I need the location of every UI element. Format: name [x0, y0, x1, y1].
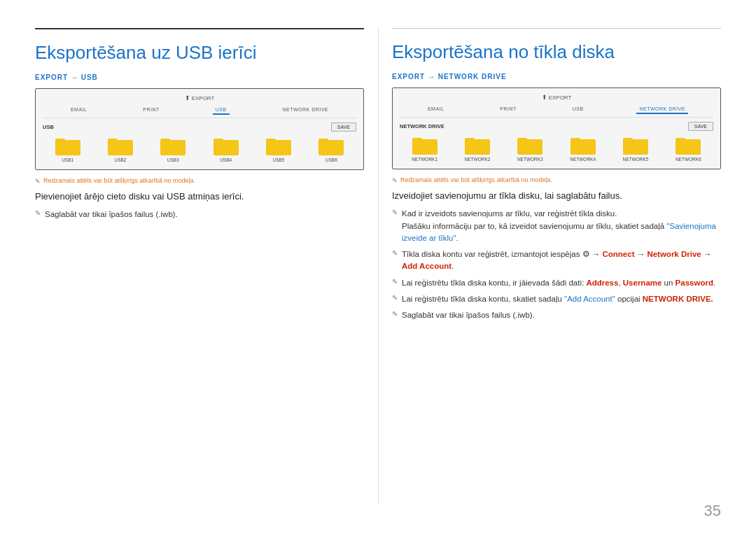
- right-folder-net2: NETWORK2: [465, 135, 491, 162]
- left-device-top-bar: ⬆ EXPORT: [43, 94, 356, 101]
- left-folder-label-usb5: USB5: [272, 157, 284, 162]
- left-title: Eksportēšana uz USB ierīci: [35, 42, 364, 64]
- right-folder-net3: NETWORK3: [517, 135, 543, 162]
- page-divider: [378, 28, 379, 504]
- left-folder-usb2: USB2: [108, 136, 133, 162]
- right-folder-icon-net3: [517, 135, 542, 155]
- right-main-text: Izveidojiet savienojumu ar tīkla disku, …: [392, 190, 721, 202]
- left-folder-icon-usb2: [108, 136, 133, 155]
- right-device-nav: EMAIL PRINT USB NETWORK DRIVE: [400, 105, 713, 118]
- right-note-icon: ✎: [392, 177, 398, 184]
- left-nav-usb[interactable]: USB: [213, 106, 230, 115]
- right-bullet-text-4: Lai reģistrētu tīkla diska kontu, skatie…: [402, 293, 713, 305]
- left-folder-usb6: USB6: [318, 136, 344, 162]
- right-up-arrow-icon: ⬆: [542, 94, 547, 101]
- left-folder-usb1: USB1: [55, 136, 80, 162]
- right-drive-label: NETWORK DRIVE: [400, 123, 444, 129]
- right-device-export-text: ⬆ EXPORT: [542, 94, 572, 101]
- right-bullet-1: ✎ Kad ir izveidots savienojums ar tīklu,…: [392, 208, 721, 244]
- right-folder-icon-net5: [623, 135, 648, 155]
- right-bullet-text-5: Saglabāt var tikai īpašos failus (.iwb).: [402, 309, 535, 321]
- left-note-icon: ✎: [35, 178, 41, 185]
- right-nav-email: EMAIL: [425, 105, 447, 114]
- left-nav-print: PRINT: [140, 106, 162, 115]
- right-device-top-bar: ⬆ EXPORT: [400, 94, 713, 101]
- right-note-text: Redzamais attēls var būt atšķirīgs atkar…: [400, 176, 552, 183]
- left-note-text: Redzamais attēls var būt atšķirīgs atkar…: [43, 177, 195, 184]
- left-folder-label-usb3: USB3: [167, 157, 179, 162]
- page-number: 35: [704, 502, 721, 520]
- svg-rect-17: [517, 138, 527, 142]
- svg-rect-13: [412, 138, 422, 142]
- right-folder-label-net1: NETWORK1: [412, 157, 438, 162]
- left-folder-usb3: USB3: [160, 136, 186, 162]
- left-note: ✎ Redzamais attēls var būt atšķirīgs atk…: [35, 177, 364, 185]
- left-folder-icon-usb1: [55, 136, 80, 155]
- svg-rect-23: [676, 138, 685, 142]
- right-bullet-icon-3: ✎: [392, 278, 398, 286]
- right-folder-label-net3: NETWORK3: [517, 157, 543, 162]
- right-top-rule: [392, 28, 721, 29]
- left-bullet-icon-1: ✎: [35, 209, 41, 217]
- right-nav-print: PRINT: [497, 105, 519, 114]
- right-folder-label-net5: NETWORK5: [623, 157, 649, 162]
- right-bullet-text-2: Tīkla diska kontu var reģistrēt, izmanto…: [402, 248, 721, 273]
- left-device-nav: EMAIL PRINT USB NETWORK DRIVE: [43, 106, 356, 118]
- right-folder-net6: NETWORK6: [676, 135, 701, 162]
- left-top-rule: [35, 28, 364, 29]
- right-bullet-2: ✎ Tīkla diska kontu var reģistrēt, izman…: [392, 248, 721, 273]
- svg-rect-9: [266, 139, 276, 143]
- left-device-export-text: ⬆ EXPORT: [185, 94, 215, 101]
- right-folder-net5: NETWORK5: [623, 135, 649, 162]
- left-main-text: Pievienojiet ārējo cieto disku vai USB a…: [35, 190, 364, 203]
- svg-rect-19: [570, 138, 580, 142]
- left-folder-label-usb2: USB2: [114, 157, 126, 162]
- left-nav-email: EMAIL: [68, 106, 90, 115]
- left-folder-label-usb4: USB4: [220, 157, 232, 162]
- right-folder-net1: NETWORK1: [412, 135, 438, 162]
- left-folder-label-usb6: USB6: [326, 157, 337, 162]
- left-folder-label-usb1: USB1: [62, 157, 74, 162]
- left-folder-icon-usb6: [318, 136, 344, 155]
- right-note: ✎ Redzamais attēls var būt atšķirīgs atk…: [392, 176, 721, 184]
- left-folder-usb4: USB4: [214, 136, 239, 162]
- right-save-button[interactable]: SAVE: [688, 122, 713, 131]
- left-folder-icon-usb3: [160, 136, 186, 155]
- left-save-button[interactable]: SAVE: [331, 122, 356, 132]
- right-bullet-3: ✎ Lai reģistrētu tīkla diska kontu, ir j…: [392, 277, 721, 289]
- right-folder-net4: NETWORK4: [570, 135, 596, 162]
- svg-rect-3: [108, 139, 118, 143]
- right-folder-label-net6: NETWORK6: [676, 157, 701, 162]
- left-export-label: EXPORT → USB: [35, 73, 364, 81]
- left-folder-icon-usb4: [214, 136, 239, 155]
- right-folder-grid: NETWORK1 NETWORK2: [400, 135, 713, 162]
- svg-rect-21: [623, 138, 633, 142]
- right-nav-network[interactable]: NETWORK DRIVE: [636, 105, 688, 114]
- right-bullet-icon-2: ✎: [392, 249, 398, 257]
- right-column: Eksportēšana no tīkla diska EXPORT → NET…: [392, 28, 721, 325]
- right-export-top-label: EXPORT: [549, 94, 572, 101]
- right-drive-row: NETWORK DRIVE SAVE: [400, 122, 713, 131]
- right-bullet-text-3: Lai reģistrētu tīkla diska kontu, ir jāi…: [402, 277, 715, 289]
- left-drive-row: USB SAVE: [43, 122, 356, 132]
- left-nav-network: NETWORK DRIVE: [279, 106, 331, 115]
- right-bullet-4: ✎ Lai reģistrētu tīkla diska kontu, skat…: [392, 293, 721, 305]
- right-bullet-icon-5: ✎: [392, 310, 398, 318]
- left-folder-grid: USB1 USB2: [43, 136, 356, 162]
- right-export-label: EXPORT → NETWORK DRIVE: [392, 73, 721, 80]
- svg-rect-15: [465, 138, 475, 142]
- left-bullet-text-1: Saglabāt var tikai īpašos failus (.iwb).: [45, 209, 178, 220]
- left-folder-icon-usb5: [266, 136, 291, 155]
- right-folder-icon-net6: [676, 135, 701, 155]
- right-link-add-account[interactable]: "Add Account": [564, 295, 615, 303]
- svg-rect-1: [55, 139, 65, 143]
- right-folder-icon-net1: [412, 135, 438, 155]
- right-link-savienojuma[interactable]: "Savienojuma izveide ar tīklu": [402, 222, 716, 242]
- left-export-top-label: EXPORT: [192, 95, 215, 101]
- svg-rect-7: [214, 139, 223, 143]
- left-folder-usb5: USB5: [266, 136, 291, 162]
- svg-rect-11: [318, 139, 328, 143]
- left-device-mockup: ⬆ EXPORT EMAIL PRINT USB NETWORK DRIVE U…: [35, 88, 364, 170]
- right-bullet-icon-4: ✎: [392, 294, 398, 302]
- right-device-mockup: ⬆ EXPORT EMAIL PRINT USB NETWORK DRIVE N…: [392, 87, 721, 169]
